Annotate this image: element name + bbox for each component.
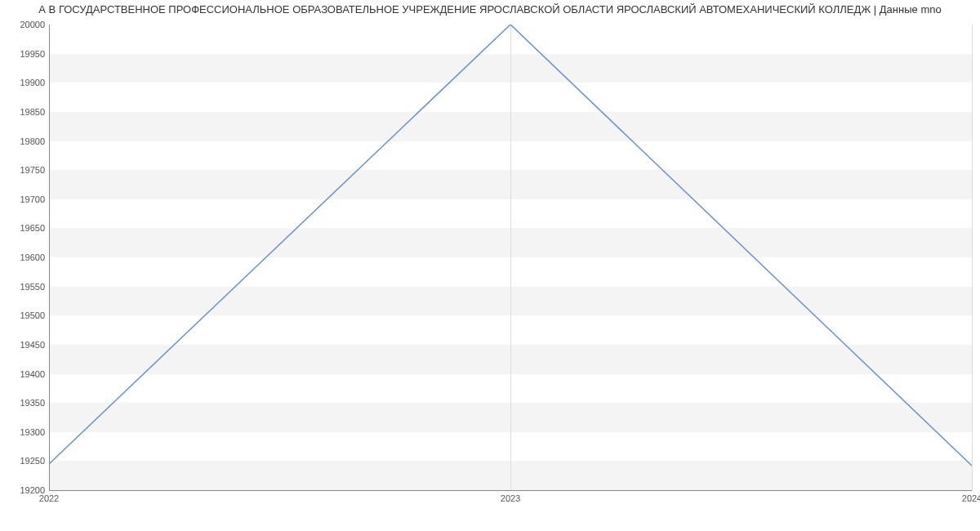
y-tick-label: 19650 xyxy=(4,223,45,233)
y-tick-label: 19750 xyxy=(4,165,45,175)
y-tick-label: 19250 xyxy=(4,456,45,466)
y-tick-label: 19950 xyxy=(4,49,45,59)
y-tick-label: 19700 xyxy=(4,194,45,204)
y-tick-label: 19350 xyxy=(4,398,45,408)
x-axis xyxy=(49,490,972,491)
y-tick-label: 20000 xyxy=(4,20,45,29)
y-tick-label: 19400 xyxy=(4,369,45,379)
plot-area xyxy=(49,25,972,490)
y-axis xyxy=(49,25,50,490)
data-line xyxy=(49,25,972,490)
x-tick-label: 2022 xyxy=(39,493,59,503)
y-tick-label: 19600 xyxy=(4,252,45,262)
y-tick-label: 19550 xyxy=(4,282,45,292)
y-tick-label: 19300 xyxy=(4,427,45,437)
grid-vline xyxy=(972,25,973,490)
y-tick-label: 19850 xyxy=(4,107,45,117)
y-tick-label: 19450 xyxy=(4,340,45,350)
y-tick-label: 19900 xyxy=(4,78,45,87)
x-tick-label: 2023 xyxy=(501,493,520,503)
y-tick-label: 19800 xyxy=(4,136,45,146)
chart-title: А В ГОСУДАРСТВЕННОЕ ПРОФЕССИОНАЛЬНОЕ ОБР… xyxy=(0,3,980,16)
y-tick-label: 19500 xyxy=(4,310,45,320)
chart-container: А В ГОСУДАРСТВЕННОЕ ПРОФЕССИОНАЛЬНОЕ ОБР… xyxy=(0,0,980,531)
x-tick-label: 2024 xyxy=(962,493,980,503)
